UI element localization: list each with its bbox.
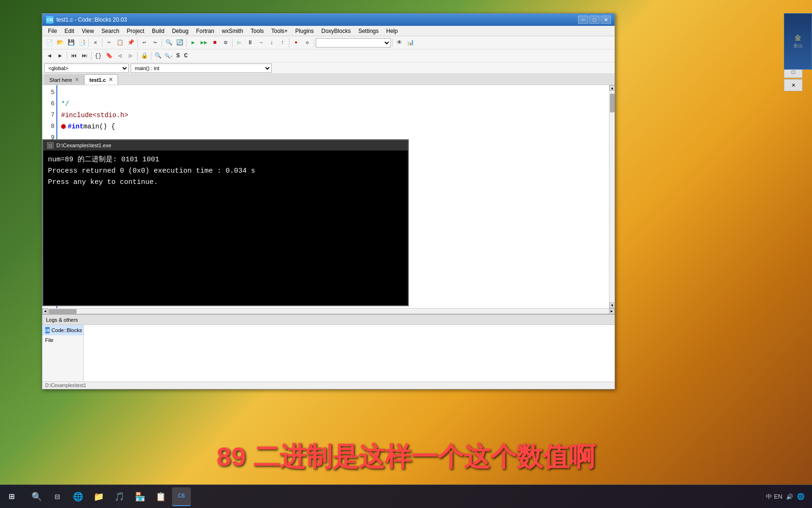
taskbar-store[interactable]: 🏪 (131, 487, 149, 506)
paste-icon[interactable]: 📌 (125, 38, 136, 48)
scroll-down-button[interactable]: ▼ (609, 302, 615, 308)
menu-tools-plus[interactable]: Tools+ (267, 27, 291, 35)
taskbar-lang[interactable]: 中 EN (766, 492, 782, 501)
zoom-out-icon[interactable]: 🔍- (164, 51, 174, 61)
s-label: S (174, 52, 182, 59)
scope-selector-row: <global> main() : int (42, 63, 615, 74)
build-icon[interactable]: ▶ (188, 38, 198, 48)
taskbar-media[interactable]: 🎵 (110, 487, 129, 506)
menu-edit[interactable]: Edit (61, 27, 78, 35)
jump-back-icon[interactable]: ⏮ (69, 51, 79, 61)
horizontal-scrollbar[interactable]: ◀ ▶ (42, 308, 615, 314)
logs-file-item[interactable]: File (42, 335, 83, 345)
watch-icon[interactable]: 👁 (394, 38, 405, 48)
tab-test1-c-close[interactable]: ✕ (109, 77, 113, 83)
taskbar-browser[interactable]: 🌐 (69, 487, 87, 506)
taskbar-time: 🔊 (786, 493, 793, 500)
menu-fortran[interactable]: Fortran (192, 27, 218, 35)
menu-bar: File Edit View Search Project Build Debu… (42, 26, 615, 36)
undo-icon[interactable]: ↩ (139, 38, 149, 48)
taskbar-task-view[interactable]: ⊟ (48, 487, 67, 506)
c-label: C (182, 52, 190, 59)
cut-icon[interactable]: ✂ (104, 38, 114, 48)
step-next-icon[interactable]: → (256, 38, 266, 48)
separator-9 (392, 39, 393, 47)
locals-icon[interactable]: 📊 (405, 38, 415, 48)
taskbar-search[interactable]: 🔍 (27, 487, 46, 506)
debug-dropdown[interactable] (316, 38, 391, 48)
taskbar-explorer[interactable]: 📁 (89, 487, 108, 506)
title-bar: CB test1.c - Code::Blocks 20.03 ─ □ ✕ (42, 14, 615, 26)
menu-tools[interactable]: Tools (247, 27, 267, 35)
menu-view[interactable]: View (78, 27, 98, 35)
window-title: test1.c - Code::Blocks 20.03 (56, 16, 578, 23)
logs-cb-tab[interactable]: CB Code::Blocks (42, 325, 83, 335)
menu-search[interactable]: Search (98, 27, 123, 35)
run-icon[interactable]: ▶▶ (199, 38, 209, 48)
function-dropdown[interactable]: main() : int (131, 64, 272, 73)
minimize-button[interactable]: ─ (578, 16, 588, 24)
terminal-icon: ▢ (47, 142, 54, 149)
replace-icon[interactable]: 🔄 (174, 38, 185, 48)
separator-t2-4 (151, 52, 151, 60)
window-controls: ─ □ ✕ (578, 16, 611, 24)
stop-icon[interactable]: ■ (210, 38, 220, 48)
find-icon[interactable]: 🔍 (164, 38, 174, 48)
step-into-icon[interactable]: ↓ (266, 38, 277, 48)
bookmark-next-icon[interactable]: ▷ (125, 51, 136, 61)
scroll-left-button[interactable]: ◀ (42, 309, 48, 314)
start-button[interactable]: ⊞ (0, 485, 23, 508)
scope-dropdown[interactable]: <global> (44, 64, 129, 73)
tab-start-here-label: Start here (49, 77, 72, 83)
redo-icon[interactable]: ↪ (150, 38, 160, 48)
tab-start-here-close[interactable]: ✕ (75, 77, 79, 83)
toggle-bp-icon[interactable]: ● (291, 38, 301, 48)
close-file-icon[interactable]: ✕ (90, 38, 101, 48)
menu-file[interactable]: File (44, 27, 61, 35)
menu-debug[interactable]: Debug (168, 27, 192, 35)
menu-help[interactable]: Help (383, 27, 402, 35)
close-button[interactable]: ✕ (601, 16, 611, 24)
scroll-right-button[interactable]: ▶ (609, 309, 615, 314)
logs-content: CB Code::Blocks File (42, 325, 615, 381)
next-icon[interactable]: ▶ (55, 51, 65, 61)
menu-build[interactable]: Build (148, 27, 168, 35)
menu-wxsmith[interactable]: wxSmith (218, 27, 247, 35)
jump-fwd-icon[interactable]: ⏭ (79, 51, 90, 61)
match-brace-icon[interactable]: {} (93, 51, 103, 61)
tab-test1-c[interactable]: test1.c ✕ (84, 74, 118, 85)
save-all-icon[interactable]: 📑 (77, 38, 87, 48)
taskbar-codeblocks[interactable]: CB (172, 487, 191, 506)
terminal-title: D:\Cexamples\test1.exe (56, 143, 111, 148)
h-scroll-thumb[interactable] (48, 309, 77, 314)
menu-doxyblocks[interactable]: DoxyBlocks (318, 27, 355, 35)
taskbar-office[interactable]: 📋 (151, 487, 170, 506)
new-file-icon[interactable]: 📄 (44, 38, 55, 48)
pause-icon[interactable]: ⏸ (245, 38, 255, 48)
zoom-in-icon[interactable]: 🔍 (153, 51, 163, 61)
scroll-up-button[interactable]: ▲ (609, 85, 615, 91)
menu-project[interactable]: Project (123, 27, 148, 35)
build-run-icon[interactable]: ⚙ (220, 38, 231, 48)
separator-2 (102, 39, 102, 47)
scroll-thumb[interactable] (610, 94, 615, 112)
save-icon[interactable]: 💾 (66, 38, 76, 48)
tab-start-here[interactable]: Start here ✕ (44, 74, 84, 85)
bookmark-toggle-icon[interactable]: 🔖 (104, 51, 114, 61)
taskbar-icons: 🔍 ⊟ 🌐 📁 🎵 🏪 📋 CB (23, 487, 195, 506)
debug-run-icon[interactable]: ▷ (234, 38, 244, 48)
step-out-icon[interactable]: ↑ (277, 38, 288, 48)
menu-plugins[interactable]: Plugins (291, 27, 317, 35)
vertical-scrollbar[interactable]: ▲ ▼ (609, 85, 615, 308)
menu-settings[interactable]: Settings (354, 27, 382, 35)
bookmark-prev-icon[interactable]: ◁ (115, 51, 125, 61)
jinshan-icon: 金 (795, 34, 801, 42)
remove-bp-icon[interactable]: ⊖ (302, 38, 312, 48)
rp-button-2[interactable]: ✕ (784, 79, 803, 91)
copy-icon[interactable]: 📋 (115, 38, 125, 48)
read-only-icon[interactable]: 🔒 (139, 51, 149, 61)
open-file-icon[interactable]: 📂 (55, 38, 65, 48)
taskbar: ⊞ 🔍 ⊟ 🌐 📁 🎵 🏪 📋 CB 中 EN 🔊 🌐 (0, 484, 812, 508)
maximize-button[interactable]: □ (589, 16, 600, 24)
prev-icon[interactable]: ◀ (44, 51, 55, 61)
